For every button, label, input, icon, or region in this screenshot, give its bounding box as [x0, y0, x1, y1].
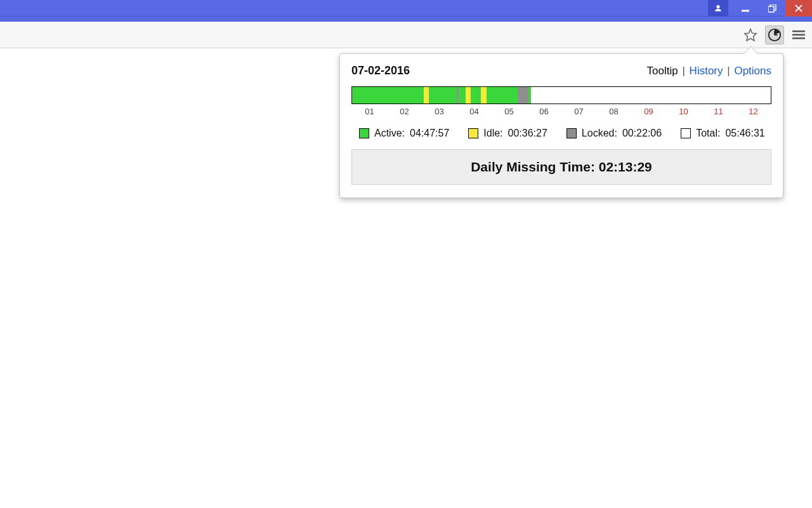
tooltip-label: Tooltip [647, 65, 678, 77]
window-titlebar [0, 0, 812, 17]
timeline-segment-locked [518, 87, 528, 104]
tick-label: 08 [596, 107, 631, 116]
menu-button[interactable] [789, 25, 808, 44]
svg-marker-6 [745, 29, 756, 40]
tick-label: 06 [527, 107, 561, 116]
history-link[interactable]: History [690, 65, 723, 77]
svg-rect-3 [768, 6, 774, 12]
stat-idle-label: Idle: [483, 128, 502, 139]
timeline-segment-active [487, 87, 518, 104]
popup-date: 07-02-2016 [351, 64, 410, 77]
missing-time-label: Daily Missing Time: [471, 159, 595, 175]
timeline-segment-idle [481, 87, 486, 104]
timeline-segment-active [471, 87, 481, 104]
stat-idle: Idle: 00:36:27 [468, 128, 547, 139]
minimize-button[interactable] [732, 0, 759, 17]
minimize-icon [742, 4, 749, 12]
stat-total-label: Total: [696, 128, 720, 139]
clock-icon [768, 28, 782, 42]
close-icon [795, 4, 802, 12]
popup-header: 07-02-2016 Tooltip | History | Options [351, 64, 771, 77]
tick-label: 02 [387, 107, 422, 116]
missing-time-banner: Daily Missing Time: 02:13:29 [351, 149, 771, 185]
svg-point-0 [717, 5, 720, 8]
tick-label: 09 [631, 107, 666, 116]
timeline-container: 010203040506070809101112 [351, 86, 771, 116]
svg-rect-10 [792, 30, 805, 32]
stats-legend: Active: 04:47:57 Idle: 00:36:27 Locked: … [351, 128, 771, 139]
stat-active: Active: 04:47:57 [359, 128, 449, 139]
timeline-ticks: 010203040506070809101112 [351, 107, 771, 116]
svg-rect-11 [792, 34, 805, 36]
stat-active-label: Active: [374, 128, 405, 139]
user-icon [714, 4, 723, 13]
stat-locked: Locked: 00:22:06 [566, 128, 662, 139]
timeline-segment-active [459, 87, 466, 104]
timeline-segment-empty [531, 87, 771, 104]
hamburger-icon [792, 29, 805, 41]
swatch-active [359, 128, 369, 138]
separator: | [726, 65, 731, 77]
tick-label: 10 [666, 107, 701, 116]
timeline-segment-idle [466, 87, 471, 104]
bookmark-button[interactable] [741, 25, 760, 44]
extension-button[interactable] [765, 25, 784, 44]
tick-label: 07 [561, 107, 596, 116]
swatch-total [681, 128, 691, 138]
tick-label: 05 [492, 107, 527, 116]
tick-label: 03 [422, 107, 457, 116]
separator: | [681, 65, 686, 77]
swatch-idle [468, 128, 478, 138]
stat-locked-label: Locked: [582, 128, 617, 139]
stat-locked-value: 00:22:06 [622, 128, 662, 139]
restore-icon [768, 4, 776, 13]
stat-total-value: 05:46:31 [725, 128, 764, 139]
star-icon [743, 28, 757, 42]
browser-toolbar [0, 22, 812, 48]
svg-rect-1 [742, 10, 749, 11]
timeline-segment-active [352, 87, 424, 104]
swatch-locked [566, 128, 577, 138]
extension-popup: 07-02-2016 Tooltip | History | Options 0… [339, 53, 783, 198]
options-link[interactable]: Options [734, 65, 771, 77]
stat-active-value: 04:47:57 [410, 128, 449, 139]
missing-time-value: 02:13:29 [599, 159, 652, 175]
tick-label: 12 [736, 107, 771, 116]
tick-label: 01 [352, 107, 387, 116]
timeline-segment-active [429, 87, 457, 104]
titlebar-spacer [0, 17, 812, 22]
stat-total: Total: 05:46:31 [681, 128, 765, 139]
stat-idle-value: 00:36:27 [508, 128, 547, 139]
popup-links: Tooltip | History | Options [647, 65, 771, 77]
restore-button[interactable] [759, 0, 785, 17]
svg-rect-12 [792, 37, 805, 39]
activity-timeline [351, 86, 771, 104]
close-button[interactable] [785, 0, 812, 17]
timeline-segment-idle [424, 87, 429, 104]
tick-label: 04 [457, 107, 492, 116]
user-button[interactable] [708, 0, 728, 17]
tick-label: 11 [701, 107, 736, 116]
